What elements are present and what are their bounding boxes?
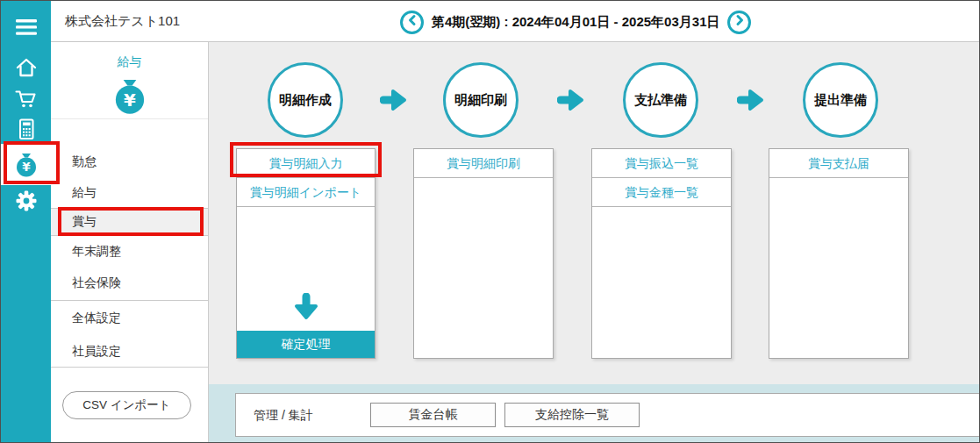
wage-ledger-button[interactable]: 賃金台帳 bbox=[370, 403, 496, 427]
arrow-right-icon bbox=[380, 88, 408, 116]
chevron-right-icon bbox=[733, 14, 746, 30]
header: 株式会社テスト101 第4期(翌期) : 2024年04月01日 - 2025年… bbox=[51, 1, 980, 42]
management-panel: 管理 / 集計 賃金台帳 支給控除一覧 bbox=[235, 393, 980, 437]
settings-button[interactable] bbox=[1, 182, 51, 220]
calculator-button[interactable] bbox=[1, 110, 51, 148]
sidebar-section-title: 給与 bbox=[51, 54, 208, 70]
create-details-box: 賞与明細入力 賞与明細インポート 確定処理 bbox=[236, 148, 376, 359]
link-bonus-detail-print[interactable]: 賞与明細印刷 bbox=[414, 149, 553, 178]
step-circle-create-details: 明細作成 bbox=[268, 62, 343, 138]
link-bonus-detail-input[interactable]: 賞与明細入力 bbox=[237, 149, 375, 178]
hamburger-menu-icon bbox=[15, 18, 38, 36]
arrow-right-icon bbox=[557, 88, 585, 116]
company-name: 株式会社テスト101 bbox=[65, 13, 180, 30]
step-circle-print-details: 明細印刷 bbox=[443, 62, 519, 138]
step-circle-payment-prep: 支払準備 bbox=[623, 62, 698, 138]
sidebar-item-year-end-adjustment[interactable]: 年末調整 bbox=[51, 236, 208, 267]
payroll-moneybag-icon: ¥ bbox=[13, 152, 39, 178]
print-details-box: 賞与明細印刷 bbox=[413, 148, 554, 359]
calculator-icon bbox=[15, 118, 38, 141]
sidebar-item-global-settings[interactable]: 全体設定 bbox=[51, 301, 208, 336]
workflow-area: 明細作成 明細印刷 支払準備 提出準備 賞与明細入力 賞与明細インポート bbox=[209, 42, 980, 384]
arrow-right-icon bbox=[737, 88, 765, 116]
sidebar-item-social-insurance[interactable]: 社会保険 bbox=[51, 267, 208, 301]
menu-button[interactable] bbox=[1, 8, 51, 46]
sidebar-item-attendance[interactable]: 勤怠 bbox=[51, 146, 208, 178]
link-bonus-denomination-list[interactable]: 賞与金種一覧 bbox=[592, 178, 731, 207]
link-bonus-transfer-list[interactable]: 賞与振込一覧 bbox=[592, 149, 731, 178]
step-circle-submission-prep: 提出準備 bbox=[803, 62, 878, 138]
payroll-moneybag-icon: ¥ bbox=[110, 77, 150, 119]
link-bonus-payment-report[interactable]: 賞与支払届 bbox=[769, 149, 908, 178]
previous-period-button[interactable] bbox=[400, 11, 424, 34]
management-strip: 管理 / 集計 賃金台帳 支給控除一覧 bbox=[209, 384, 980, 443]
fiscal-period-label: 第4期(翌期) : 2024年04月01日 - 2025年03月31日 bbox=[432, 14, 719, 31]
csv-import-button[interactable]: CSV インポート bbox=[62, 391, 191, 419]
cart-icon bbox=[14, 88, 38, 110]
sidebar-item-bonus[interactable]: 賞与 bbox=[51, 209, 208, 236]
sidebar-section-header: 給与 ¥ bbox=[51, 42, 208, 119]
svg-text:¥: ¥ bbox=[22, 160, 31, 174]
period-navigation: 第4期(翌期) : 2024年04月01日 - 2025年03月31日 bbox=[400, 9, 751, 35]
submission-prep-box: 賞与支払届 bbox=[769, 148, 909, 359]
link-bonus-detail-import[interactable]: 賞与明細インポート bbox=[237, 178, 375, 207]
chevron-left-icon bbox=[406, 14, 418, 30]
settings-gear-icon bbox=[14, 189, 39, 213]
sidebar-item-salary[interactable]: 給与 bbox=[51, 178, 208, 209]
sidebar: 給与 ¥ 勤怠 給与 賞与 年末調整 社会保険 全体設定 社員設定 CSV イン… bbox=[51, 42, 209, 443]
next-period-button[interactable] bbox=[727, 11, 751, 34]
confirm-process-button[interactable]: 確定処理 bbox=[237, 331, 375, 358]
payment-deduction-list-button[interactable]: 支給控除一覧 bbox=[504, 403, 640, 427]
sidebar-item-employee-settings[interactable]: 社員設定 bbox=[51, 336, 208, 368]
home-icon bbox=[14, 56, 39, 79]
icon-rail: ¥ bbox=[1, 1, 51, 443]
svg-text:¥: ¥ bbox=[124, 90, 136, 111]
management-label: 管理 / 集計 bbox=[254, 394, 313, 436]
payroll-button-active[interactable]: ¥ bbox=[1, 144, 51, 185]
app-window: ¥ bbox=[0, 0, 980, 443]
arrow-down-icon bbox=[291, 293, 321, 325]
payment-prep-box: 賞与振込一覧 賞与金種一覧 bbox=[591, 148, 732, 359]
